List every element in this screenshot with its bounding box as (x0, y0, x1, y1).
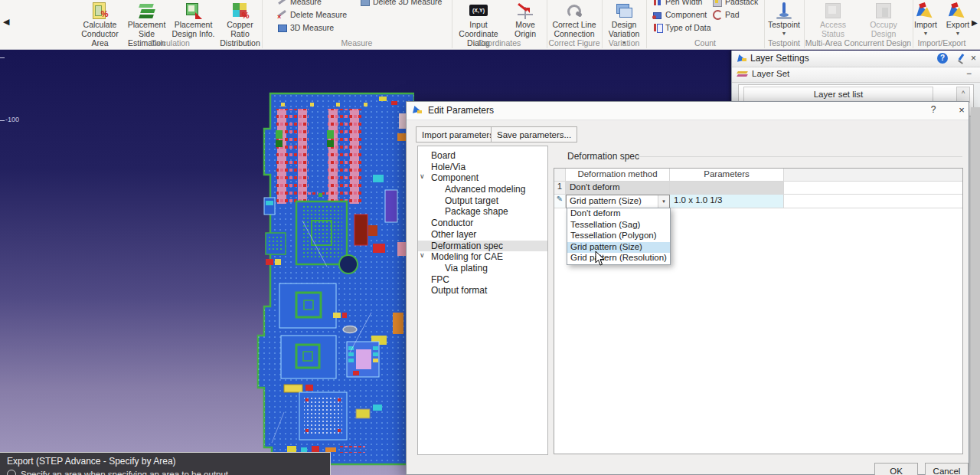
edit-parameters-dialog: Edit Parameters ? × Import parameters...… (406, 101, 969, 475)
pad-icon (712, 9, 722, 19)
ribbon-group-testpoint: Testpoint ▼ Testpoint (764, 0, 805, 48)
ruler-label: -100 (5, 116, 19, 123)
import-button[interactable]: Import ▼ (913, 0, 939, 36)
tree-item-package-shape[interactable]: Package shape (418, 206, 547, 218)
testpoint-icon (775, 2, 793, 20)
export-button[interactable]: Export ▼ (945, 0, 971, 36)
status-tooltip: Export (STEP Advance - Specify by Area) … (0, 452, 331, 475)
ribbon-group-calculation: % Calculate Conductor Area Placement Sid… (78, 0, 263, 48)
dialog-title: Edit Parameters (428, 105, 494, 116)
testpoint-button[interactable]: Testpoint ▼ (765, 0, 803, 36)
dropdown-option[interactable]: Tessellation (Sag) (567, 220, 670, 231)
tree-expand-icon[interactable]: ∨ (420, 172, 425, 180)
ribbon-group-import-export: Import ▼ Export ▼ Import/Export (913, 0, 971, 48)
deformation-method-combobox[interactable]: Grid pattern (Size) ▼ (566, 195, 670, 208)
group-divider (638, 156, 962, 157)
input-coordinate-icon: (X,Y) (469, 2, 488, 20)
table-row[interactable]: 1 Don't deform (554, 182, 962, 195)
tree-item-output-format[interactable]: Output format (418, 285, 547, 296)
delete-measure-button[interactable]: × Delete Measure (277, 8, 347, 21)
table-header-row: Deformation method Parameters (554, 169, 962, 182)
dropdown-arrow-icon: ▼ (956, 31, 961, 36)
dialog-close-icon[interactable]: × (955, 104, 969, 116)
row-number-header (554, 169, 566, 182)
tree-item-conductor[interactable]: Conductor (418, 218, 547, 229)
tree-item-component[interactable]: ∨Component (418, 172, 547, 184)
delete-3d-measure-button[interactable]: Delete 3D Measure (360, 0, 442, 8)
parameter-tree: Board Hole/Via ∨Component Advanced model… (417, 146, 548, 455)
tree-item-board[interactable]: Board (418, 150, 547, 162)
ribbon-overflow-icon[interactable]: ▶ (972, 18, 978, 27)
ruler-tick (0, 120, 5, 121)
dialog-titlebar[interactable]: Edit Parameters ? × (407, 102, 969, 120)
tree-item-deformation-spec[interactable]: Deformation spec (418, 241, 547, 252)
application-window: -100 (0, 0, 980, 475)
parameters-cell[interactable] (670, 182, 784, 195)
deformation-spec-group-label: Deformation spec (567, 151, 639, 162)
move-origin-icon (516, 2, 534, 20)
save-parameters-button[interactable]: Save parameters... (491, 126, 577, 142)
ruler-tick (0, 57, 5, 58)
tree-expand-icon[interactable]: ∨ (420, 251, 425, 259)
ribbon-group-measure: Measure × Delete Measure 3D Measure (262, 0, 452, 48)
layer-set-icon (737, 69, 748, 80)
close-panel-icon[interactable]: × (971, 53, 976, 64)
tree-item-output-target[interactable]: Output target (418, 195, 547, 207)
import-icon (916, 2, 935, 20)
padstack-icon (712, 0, 722, 6)
ribbon: ◀ % Calculate Conductor Area (0, 0, 980, 50)
tree-item-hole-via[interactable]: Hole/Via (418, 162, 547, 173)
pen-width-button[interactable]: Pen Width (652, 0, 711, 8)
dropdown-option-highlighted[interactable]: Grid pattern (Size) (567, 242, 670, 254)
tree-item-modeling-for-cae[interactable]: ∨Modeling for CAE (418, 251, 547, 263)
dropdown-option[interactable]: Grid pattern (Resolution) (567, 253, 670, 264)
status-tooltip-hint: Specify an area when specifying an area … (21, 470, 228, 475)
parameters-cell[interactable]: 1.0 x 1.0 1/3 (670, 195, 784, 208)
pcb-board (256, 83, 414, 467)
dialog-icon (413, 105, 424, 116)
measure-button[interactable]: Measure (277, 0, 347, 8)
tree-item-other-layer[interactable]: Other layer (418, 229, 547, 241)
tree-item-advanced-modeling[interactable]: Advanced modeling (418, 184, 547, 195)
scroll-up-icon[interactable]: ^ (956, 87, 970, 103)
layer-set-section-header[interactable]: Layer Set − (732, 67, 980, 83)
padstack-button[interactable]: Padstack (712, 0, 758, 8)
placement-design-info-icon (185, 2, 203, 20)
cancel-button[interactable]: Cancel (925, 463, 969, 475)
minimize-icon[interactable]: − (966, 68, 972, 79)
table-row[interactable]: ✎ Grid pattern (Size) ▼ 1.0 x 1.0 1/3 (554, 195, 962, 208)
3d-measure-button[interactable]: 3D Measure (277, 21, 347, 34)
combo-dropdown-icon[interactable]: ▼ (658, 195, 669, 208)
ribbon-group-variation: Design Variation ▼ Variation (602, 0, 647, 48)
row-number: 1 (554, 182, 566, 195)
pad-button[interactable]: Pad (712, 8, 758, 21)
export-icon (949, 2, 967, 20)
ok-button[interactable]: OK (874, 463, 918, 475)
calculate-conductor-area-icon: % (91, 2, 109, 20)
correct-line-connection-icon (565, 2, 583, 20)
window-scrollbar[interactable] (971, 107, 980, 475)
deformation-method-dropdown: Don't deform Tessellation (Sag) Tessella… (567, 208, 671, 265)
design-variation-icon (615, 2, 633, 20)
tree-item-via-plating[interactable]: Via plating (418, 263, 547, 274)
type-of-data-button[interactable]: Type of Data (652, 21, 711, 34)
pin-icon[interactable] (956, 54, 965, 63)
dialog-help-icon[interactable]: ? (927, 104, 939, 115)
ribbon-group-multi-area: Access Status Occupy Design Multi-Area C… (804, 0, 913, 48)
dropdown-arrow-icon: ▼ (782, 31, 787, 36)
dropdown-option[interactable]: Tessellation (Polygon) (567, 231, 670, 242)
help-icon[interactable]: ? (937, 53, 948, 64)
tree-item-fpc[interactable]: FPC (418, 274, 547, 286)
row-edit-marker: ✎ (554, 195, 566, 208)
dropdown-option[interactable]: Don't deform (567, 208, 670, 220)
3d-measure-icon (277, 22, 287, 32)
component-count-button[interactable]: Component (652, 8, 711, 21)
parameters-header[interactable]: Parameters (670, 169, 784, 182)
deformation-method-header[interactable]: Deformation method (566, 169, 670, 182)
ribbon-back-icon[interactable]: ◀ (3, 17, 9, 27)
layer-settings-icon (737, 53, 748, 64)
deformation-method-cell[interactable]: Don't deform (566, 182, 670, 195)
layer-set-list-header[interactable]: Layer set list (743, 87, 933, 103)
correct-line-connection-button[interactable]: Correct Line Connection (550, 0, 599, 39)
mouse-cursor (595, 251, 606, 267)
